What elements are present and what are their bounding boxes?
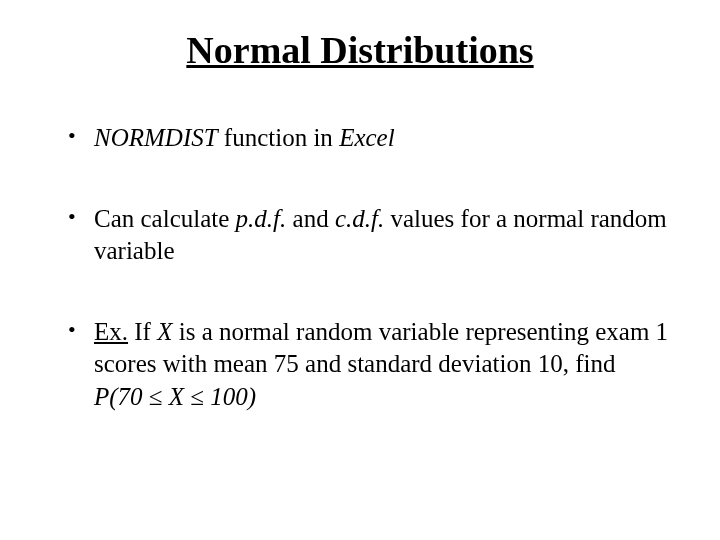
excel-app-name: Excel: [339, 124, 395, 151]
random-variable-x: X: [157, 318, 172, 345]
bullet-item-example: Ex. If X is a normal random variable rep…: [68, 316, 670, 414]
slide-title: Normal Distributions: [50, 28, 670, 72]
probability-formula: P(70 ≤ X ≤ 100): [94, 383, 256, 410]
bullet3-rest: is a normal random variable representing…: [94, 318, 668, 378]
normdist-function-name: NORMDIST: [94, 124, 218, 151]
bullet-list: NORMDIST function in Excel Can calculate…: [50, 122, 670, 413]
bullet2-pre: Can calculate: [94, 205, 236, 232]
pdf-abbrev: p.d.f.: [236, 205, 287, 232]
bullet3-sp: If: [128, 318, 157, 345]
bullet-item-normdist: NORMDIST function in Excel: [68, 122, 670, 155]
bullet2-and: and: [286, 205, 335, 232]
bullet-item-calc: Can calculate p.d.f. and c.d.f. values f…: [68, 203, 670, 268]
bullet1-mid: function in: [218, 124, 340, 151]
cdf-abbrev: c.d.f.: [335, 205, 384, 232]
example-label: Ex.: [94, 318, 128, 345]
